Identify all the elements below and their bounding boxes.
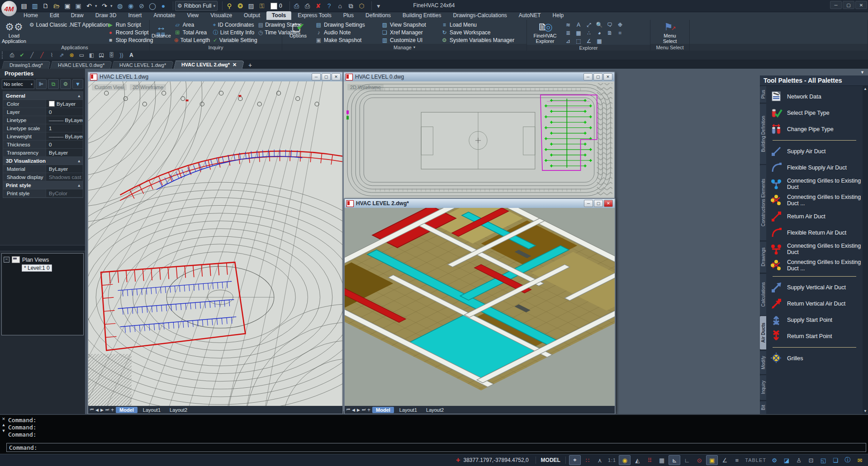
property-row-color[interactable]: ColorByLayer — [3, 100, 83, 108]
tree-item-level[interactable]: * Level:1 0 — [22, 264, 52, 272]
redo-icon[interactable]: ↷ — [100, 1, 109, 11]
grid-snap-icon[interactable]: ∷ — [582, 456, 593, 465]
audio-icon[interactable]: )) — [117, 51, 126, 59]
workspace-switcher[interactable]: ⚙Ribbon Full▾ — [175, 1, 218, 11]
tree-collapse-icon[interactable]: − — [4, 257, 9, 263]
property-row-linetype-scale[interactable]: Linetype scale1 — [3, 124, 83, 132]
prev-layout-icon[interactable]: ◀ — [95, 408, 99, 412]
child-window-title-bar[interactable]: HVAC LEVEL 0.dwg ─▢✕ — [344, 72, 614, 81]
quick-select-button[interactable]: ⚙ — [60, 79, 71, 89]
child-window-title-bar[interactable]: HVAC LEVEL 1.dwg ─▢✕ — [88, 72, 342, 81]
property-value[interactable]: 0 — [46, 108, 83, 116]
palette-item-connecting-grilles-to-existing-duct[interactable]: Connecting Grilles to Existing Duct — [769, 176, 863, 192]
maximize-icon[interactable]: ▢ — [843, 1, 854, 9]
ribbon-item-make-snapshot[interactable]: ▣Make Snapshot — [314, 37, 378, 44]
tree-root[interactable]: − Plan Views — [4, 256, 81, 263]
model-space-toggle[interactable]: MODEL — [541, 457, 560, 463]
sheet-tool-icon[interactable]: 🗎 — [605, 29, 615, 37]
menu-tab-definitions[interactable]: Definitions — [360, 11, 396, 20]
menu-tab-express-tools[interactable]: Express Tools — [292, 11, 337, 20]
palette-item-supply-vertical-air-duct[interactable]: Supply Vertical Air Duct — [769, 279, 863, 296]
minimize-icon[interactable]: ─ — [312, 73, 321, 80]
windows-icon[interactable]: ❏ — [830, 456, 841, 465]
book-icon[interactable]: 🕮 — [97, 51, 106, 59]
open-folder-icon[interactable]: 🗁 — [52, 1, 62, 11]
snap-tracking-icon[interactable]: ⌖ — [569, 455, 581, 465]
layout-tab-layout1[interactable]: Layout1 — [396, 407, 421, 413]
viewport-badge-view[interactable]: Custom View — [92, 84, 127, 90]
layout-tab-layout2[interactable]: Layout2 — [166, 407, 191, 413]
doc-tab-hvac-level-0-dwg[interactable]: HVAC LEVEL 0.dwg* — [50, 61, 113, 69]
tablet-label[interactable]: TABLET — [745, 457, 766, 463]
palette-tab-modify[interactable]: Modify — [760, 351, 766, 374]
render-scene-icon[interactable]: ◪ — [781, 456, 792, 465]
palette-item-connecting-grilles-to-existing-duct[interactable]: Connecting Grilles to Existing Duct — [769, 241, 863, 257]
select-objects-button[interactable]: ⧉ — [48, 79, 59, 89]
panel-splitter[interactable] — [0, 245, 85, 251]
drawing-viewport-level-1[interactable]: Custom View 2D Wireframe — [88, 81, 342, 406]
spell-check-icon[interactable]: ✔ — [18, 51, 26, 59]
finehvac-explorer-button[interactable]: 🗎◎ FineHVAC Explorer — [529, 21, 561, 45]
property-row-linetype[interactable]: Linetype———ByLayer — [3, 116, 83, 124]
filter-button[interactable]: ▼ — [72, 79, 83, 89]
building-copy-icon[interactable]: ⧉ — [346, 1, 356, 11]
axis-tool-icon[interactable]: ∠ — [584, 37, 594, 45]
restore-icon[interactable]: ▢ — [322, 73, 331, 80]
palette-item-supply-start-point[interactable]: Supply Start Point — [769, 312, 863, 328]
property-row-material[interactable]: MaterialByLayer — [3, 165, 83, 173]
ucs-colors-tool-icon[interactable]: ❉ — [615, 21, 625, 28]
polar-tracking-icon[interactable]: ⋏ — [594, 456, 605, 465]
text-style-icon[interactable]: 𝐀 — [127, 51, 136, 59]
new-file-icon[interactable]: 🗋 — [41, 1, 51, 11]
property-value[interactable]: 1 — [46, 124, 83, 132]
palette-item-connecting-grilles-to-existing-duct[interactable]: Connecting Grilles to Existing Duct ... — [769, 257, 863, 273]
close-icon[interactable]: ✕ — [604, 200, 613, 207]
command-scroll-up-icon[interactable]: ▲ — [2, 423, 6, 427]
palette-tab-calculations[interactable]: Calculations — [760, 274, 766, 315]
palette-item-return-vertical-air-duct[interactable]: Return Vertical Air Duct — [769, 296, 863, 312]
load-application-button[interactable]: ⚙⚙ Load Application — [2, 21, 26, 44]
new-tab-button[interactable]: + — [247, 61, 254, 69]
save-icon[interactable]: ▣ — [62, 1, 72, 11]
palette-item-supply-air-duct[interactable]: Supply Air Duct — [769, 143, 863, 160]
ortho-mode-icon[interactable]: ∟ — [682, 456, 693, 465]
view-3d-icon[interactable]: ⬡ — [357, 1, 367, 11]
palette-item-return-air-duct[interactable]: Return Air Duct — [769, 208, 863, 225]
command-close-icon[interactable]: ✕ — [2, 417, 5, 421]
property-value[interactable]: ———ByLayer — [46, 132, 83, 140]
menu-tab-output[interactable]: Output — [238, 11, 266, 20]
property-row-layer[interactable]: Layer0 — [3, 108, 83, 116]
toggle-pickadd-button[interactable]: ⊫ — [36, 79, 47, 89]
child-window-title-bar[interactable]: HVAC LEVEL 2.dwg* ─▢✕ — [345, 199, 615, 208]
qat-more-icon[interactable]: ▾ — [374, 1, 384, 11]
property-value[interactable]: 0 — [46, 141, 83, 148]
palette-tab-bit[interactable]: Bit — [760, 401, 766, 414]
menu-select-button[interactable]: ⚑↗ Menu Select — [652, 21, 688, 44]
object-snap-icon[interactable]: ▣ — [706, 455, 718, 465]
ribbon-item-customize-ui[interactable]: ▥Customize UI — [380, 37, 438, 44]
layout-tab-model[interactable]: Model — [116, 407, 138, 413]
property-value[interactable]: ———ByLayer — [46, 116, 83, 124]
dim-style-tool-icon[interactable]: ⤢ — [584, 21, 594, 28]
menu-tab-tools[interactable]: Tools — [266, 11, 291, 20]
doc-tab-drawing1-dwg[interactable]: Drawing1.dwg* — [2, 61, 51, 69]
rectangle-icon[interactable]: ▭ — [77, 51, 86, 59]
scroll-down-icon[interactable]: ▼ — [863, 409, 867, 413]
selection-dropdown[interactable]: No selec▾ — [2, 80, 34, 89]
layout-tab-layout1[interactable]: Layout1 — [139, 407, 164, 413]
new-layout-icon[interactable]: + — [111, 407, 114, 413]
property-section-print-style[interactable]: Print style▴ — [3, 181, 83, 189]
last-layout-icon[interactable]: ⏭ — [105, 407, 109, 412]
annotation-autoscale-icon[interactable]: ◭ — [632, 456, 643, 465]
grid-view-tool-icon[interactable]: ▦ — [594, 37, 604, 45]
circle-mark-icon[interactable]: ⊗ — [67, 51, 76, 59]
menu-tab-building-entities[interactable]: Building Entities — [397, 11, 446, 20]
palette-scrollbar[interactable]: ▲ ▼ — [863, 86, 868, 414]
palette-item-grilles[interactable]: Grilles — [769, 350, 863, 367]
palette-tab-plus[interactable]: Plus — [760, 86, 766, 103]
annotation-visibility-icon[interactable]: ◉ — [619, 455, 631, 465]
caret-down-icon[interactable]: ▾ — [110, 4, 114, 8]
palette-menu-caret-icon[interactable]: ▼ — [860, 70, 864, 75]
mail-icon[interactable]: ✉ — [854, 456, 865, 465]
close-icon[interactable]: ✕ — [332, 73, 341, 80]
